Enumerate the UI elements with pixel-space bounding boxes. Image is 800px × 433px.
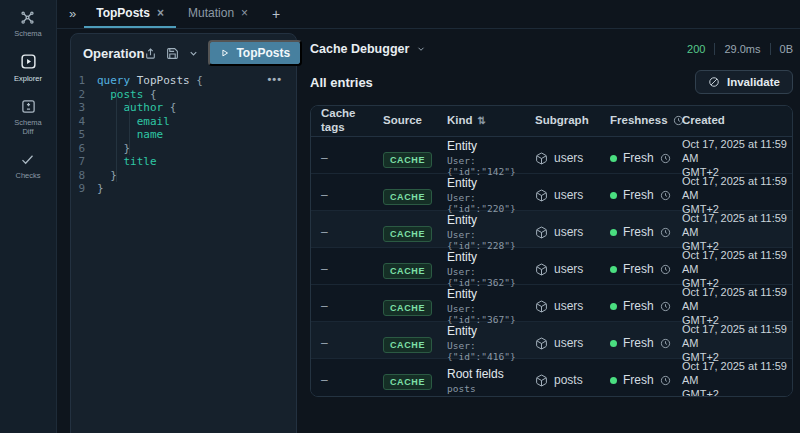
sidebar-item-checks[interactable]: Checks [15, 152, 40, 180]
column-header-kind[interactable]: Kind ⇅ [437, 114, 525, 128]
clock-icon [660, 190, 671, 201]
kind-title: Entity [447, 139, 525, 153]
column-header-source[interactable]: Source [373, 114, 437, 128]
kind-title: Entity [447, 213, 525, 227]
save-icon[interactable] [166, 47, 179, 60]
tab-topposts[interactable]: TopPosts × [84, 0, 176, 28]
column-header-subgraph[interactable]: Subgraph [525, 114, 600, 128]
icon-rail: Schema Explorer Schema Diff Checks [0, 0, 57, 433]
subgraph-cell: users [525, 336, 600, 350]
created-date: Oct 17, 2025 at 11:59 AM [682, 137, 792, 165]
created-cell: Oct 17, 2025 at 11:59 AMGMT+2 [672, 322, 792, 364]
tab-label: TopPosts [96, 6, 150, 20]
token-brace: { [170, 101, 177, 114]
response-stats: 200 29.0ms 0B [687, 43, 793, 55]
freshness-label: Fresh [623, 225, 654, 239]
cache-debugger-panel: Cache Debugger 200 29.0ms 0B All entries… [310, 38, 793, 397]
column-header-freshness[interactable]: Freshness [600, 114, 672, 128]
created-date: Oct 17, 2025 at 11:59 AM [682, 359, 792, 387]
table-row[interactable]: – CACHE EntityUser:{"id":"228"} users Fr… [311, 211, 792, 248]
freshness-label: Fresh [623, 299, 654, 313]
status-dot [610, 155, 617, 162]
kind-detail: User:{"id":"367"} [447, 303, 525, 325]
source-badge: CACHE [383, 189, 432, 205]
created-date: Oct 17, 2025 at 11:59 AM [682, 174, 792, 202]
cube-icon [535, 337, 548, 350]
entries-header-row: All entries Invalidate [310, 69, 793, 95]
sidebar-item-schema-diff[interactable]: Schema Diff [8, 99, 48, 137]
indent-guide [129, 101, 130, 155]
kind-detail: User:{"id":"220"} [447, 192, 525, 214]
cache-tags-cell: – [311, 188, 373, 202]
token-field: title [97, 155, 157, 168]
line-number: 5 [71, 128, 97, 142]
indent-guide [116, 88, 117, 182]
run-operation-button[interactable]: TopPosts [208, 40, 302, 66]
close-icon[interactable]: × [241, 6, 248, 20]
cube-icon [535, 152, 548, 165]
sidebar-item-schema[interactable]: Schema [14, 10, 42, 38]
sidebar-item-label: Schema [14, 29, 42, 38]
status-dot [610, 192, 617, 199]
line-number: 2 [71, 88, 97, 102]
sidebar-item-explorer[interactable]: Explorer [14, 53, 42, 83]
column-header-created[interactable]: Created [672, 114, 792, 128]
graphql-editor[interactable]: ••• 1 query TopPosts { 2 posts { 3 autho… [71, 71, 296, 196]
table-row[interactable]: – CACHE Root fieldsposts posts Fresh Oct… [311, 359, 792, 396]
code-line: 4 email [71, 115, 296, 129]
sidebar-item-label: Checks [15, 171, 40, 180]
close-icon[interactable]: × [157, 6, 164, 20]
table-row[interactable]: – CACHE EntityUser:{"id":"362"} users Fr… [311, 248, 792, 285]
subgraph-cell: posts [525, 373, 600, 387]
created-timezone: GMT+2 [682, 387, 792, 397]
editor-menu-icon[interactable]: ••• [267, 73, 282, 87]
code-line: 5 name [71, 128, 296, 142]
created-date: Oct 17, 2025 at 11:59 AM [682, 248, 792, 276]
table-row[interactable]: – CACHE EntityUser:{"id":"416"} users Fr… [311, 322, 792, 359]
kind-detail: User:{"id":"142"} [447, 155, 525, 177]
kind-detail: User:{"id":"362"} [447, 266, 525, 288]
created-cell: Oct 17, 2025 at 11:59 AMGMT+2 [672, 359, 792, 397]
table-row[interactable]: – CACHE EntityUser:{"id":"367"} users Fr… [311, 285, 792, 322]
column-label: Kind [447, 114, 473, 128]
kind-title: Entity [447, 250, 525, 264]
chevron-down-icon[interactable] [188, 48, 199, 59]
column-header-cache-tags[interactable]: Cache tags [311, 107, 373, 135]
clock-icon [660, 227, 671, 238]
freshness-label: Fresh [623, 188, 654, 202]
freshness-label: Fresh [623, 373, 654, 387]
response-size: 0B [780, 43, 793, 55]
freshness-cell: Fresh [600, 188, 672, 202]
sidebar-item-label: Explorer [14, 74, 42, 83]
operation-header: Operation TopPosts [71, 34, 296, 71]
tab-mutation[interactable]: Mutation × [176, 0, 260, 28]
share-icon[interactable] [144, 47, 157, 60]
new-tab-button[interactable]: + [260, 6, 292, 22]
source-badge: CACHE [383, 374, 432, 390]
table-row[interactable]: – CACHE EntityUser:{"id":"220"} users Fr… [311, 174, 792, 211]
cache-debugger-dropdown[interactable]: Cache Debugger [310, 42, 426, 56]
sort-icon[interactable]: ⇅ [478, 115, 486, 127]
clock-icon [660, 153, 671, 164]
source-badge: CACHE [383, 263, 432, 279]
expand-panel-icon[interactable]: » [67, 6, 84, 23]
debugger-header-row: Cache Debugger 200 29.0ms 0B [310, 38, 793, 60]
freshness-label: Fresh [623, 336, 654, 350]
operation-title: Operation [83, 46, 144, 61]
token-name: TopPosts [137, 74, 197, 87]
invalidate-button[interactable]: Invalidate [695, 70, 793, 94]
subgraph-label: users [554, 262, 583, 276]
line-number: 9 [71, 182, 97, 196]
table-row[interactable]: – CACHE EntityUser:{"id":"142"} users Fr… [311, 137, 792, 174]
line-number: 1 [71, 74, 97, 88]
cube-icon [535, 300, 548, 313]
created-date: Oct 17, 2025 at 11:59 AM [682, 322, 792, 350]
created-cell: Oct 17, 2025 at 11:59 AMGMT+2 [672, 174, 792, 216]
code-line: 6 } [71, 142, 296, 156]
source-badge: CACHE [383, 152, 432, 168]
line-number: 6 [71, 142, 97, 156]
clock-icon [660, 338, 671, 349]
tab-label: Mutation [188, 6, 234, 20]
subgraph-label: users [554, 299, 583, 313]
code-line: 9 } [71, 182, 296, 196]
